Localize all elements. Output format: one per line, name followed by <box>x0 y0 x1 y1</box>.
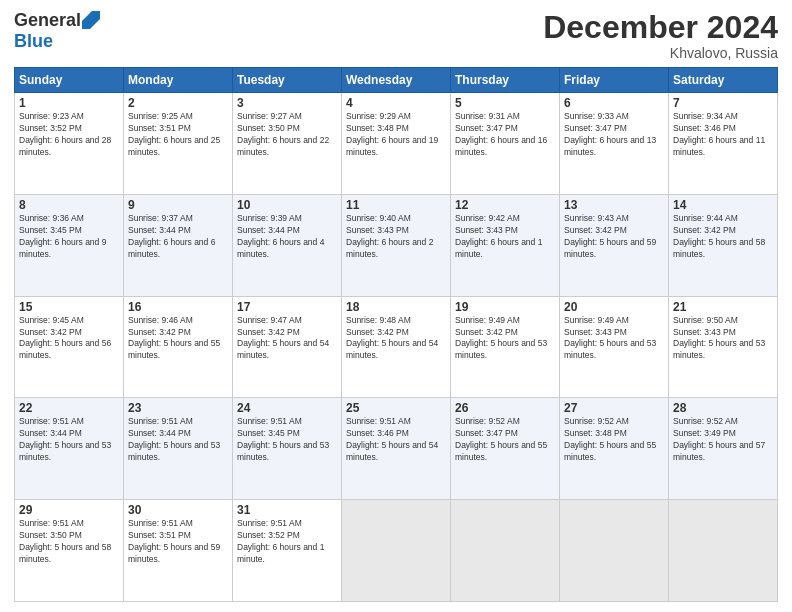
day-info: Sunrise: 9:29 AMSunset: 3:48 PMDaylight:… <box>346 111 446 159</box>
day-number: 18 <box>346 300 446 314</box>
day-number: 11 <box>346 198 446 212</box>
calendar-week-row: 8Sunrise: 9:36 AMSunset: 3:45 PMDaylight… <box>15 194 778 296</box>
table-row: 23Sunrise: 9:51 AMSunset: 3:44 PMDayligh… <box>124 398 233 500</box>
table-row: 7Sunrise: 9:34 AMSunset: 3:46 PMDaylight… <box>669 93 778 195</box>
day-number: 13 <box>564 198 664 212</box>
day-number: 2 <box>128 96 228 110</box>
day-number: 27 <box>564 401 664 415</box>
table-row: 26Sunrise: 9:52 AMSunset: 3:47 PMDayligh… <box>451 398 560 500</box>
calendar-table: Sunday Monday Tuesday Wednesday Thursday… <box>14 67 778 602</box>
day-number: 19 <box>455 300 555 314</box>
location: Khvalovo, Russia <box>543 45 778 61</box>
day-number: 20 <box>564 300 664 314</box>
header-friday: Friday <box>560 68 669 93</box>
table-row: 11Sunrise: 9:40 AMSunset: 3:43 PMDayligh… <box>342 194 451 296</box>
month-title: December 2024 <box>543 10 778 45</box>
header-tuesday: Tuesday <box>233 68 342 93</box>
table-row: 10Sunrise: 9:39 AMSunset: 3:44 PMDayligh… <box>233 194 342 296</box>
table-row: 2Sunrise: 9:25 AMSunset: 3:51 PMDaylight… <box>124 93 233 195</box>
day-number: 14 <box>673 198 773 212</box>
table-row <box>560 500 669 602</box>
table-row: 22Sunrise: 9:51 AMSunset: 3:44 PMDayligh… <box>15 398 124 500</box>
day-info: Sunrise: 9:49 AMSunset: 3:43 PMDaylight:… <box>564 315 664 363</box>
header: General Blue December 2024 Khvalovo, Rus… <box>14 10 778 61</box>
day-info: Sunrise: 9:49 AMSunset: 3:42 PMDaylight:… <box>455 315 555 363</box>
table-row <box>342 500 451 602</box>
table-row: 3Sunrise: 9:27 AMSunset: 3:50 PMDaylight… <box>233 93 342 195</box>
day-number: 17 <box>237 300 337 314</box>
title-block: December 2024 Khvalovo, Russia <box>543 10 778 61</box>
day-number: 15 <box>19 300 119 314</box>
table-row: 18Sunrise: 9:48 AMSunset: 3:42 PMDayligh… <box>342 296 451 398</box>
day-number: 8 <box>19 198 119 212</box>
day-info: Sunrise: 9:52 AMSunset: 3:48 PMDaylight:… <box>564 416 664 464</box>
day-info: Sunrise: 9:51 AMSunset: 3:44 PMDaylight:… <box>19 416 119 464</box>
table-row: 21Sunrise: 9:50 AMSunset: 3:43 PMDayligh… <box>669 296 778 398</box>
page: General Blue December 2024 Khvalovo, Rus… <box>0 0 792 612</box>
calendar-week-row: 29Sunrise: 9:51 AMSunset: 3:50 PMDayligh… <box>15 500 778 602</box>
header-sunday: Sunday <box>15 68 124 93</box>
day-info: Sunrise: 9:51 AMSunset: 3:44 PMDaylight:… <box>128 416 228 464</box>
day-info: Sunrise: 9:52 AMSunset: 3:49 PMDaylight:… <box>673 416 773 464</box>
day-info: Sunrise: 9:51 AMSunset: 3:46 PMDaylight:… <box>346 416 446 464</box>
day-info: Sunrise: 9:50 AMSunset: 3:43 PMDaylight:… <box>673 315 773 363</box>
day-number: 7 <box>673 96 773 110</box>
table-row: 4Sunrise: 9:29 AMSunset: 3:48 PMDaylight… <box>342 93 451 195</box>
day-number: 3 <box>237 96 337 110</box>
day-number: 22 <box>19 401 119 415</box>
table-row: 16Sunrise: 9:46 AMSunset: 3:42 PMDayligh… <box>124 296 233 398</box>
day-info: Sunrise: 9:51 AMSunset: 3:45 PMDaylight:… <box>237 416 337 464</box>
table-row: 30Sunrise: 9:51 AMSunset: 3:51 PMDayligh… <box>124 500 233 602</box>
day-info: Sunrise: 9:45 AMSunset: 3:42 PMDaylight:… <box>19 315 119 363</box>
logo-icon <box>82 11 100 29</box>
day-number: 5 <box>455 96 555 110</box>
day-number: 24 <box>237 401 337 415</box>
table-row: 31Sunrise: 9:51 AMSunset: 3:52 PMDayligh… <box>233 500 342 602</box>
day-number: 4 <box>346 96 446 110</box>
svg-marker-0 <box>82 11 100 29</box>
table-row <box>669 500 778 602</box>
table-row: 29Sunrise: 9:51 AMSunset: 3:50 PMDayligh… <box>15 500 124 602</box>
table-row: 17Sunrise: 9:47 AMSunset: 3:42 PMDayligh… <box>233 296 342 398</box>
day-info: Sunrise: 9:51 AMSunset: 3:50 PMDaylight:… <box>19 518 119 566</box>
day-number: 30 <box>128 503 228 517</box>
logo-blue: Blue <box>14 31 53 51</box>
table-row: 24Sunrise: 9:51 AMSunset: 3:45 PMDayligh… <box>233 398 342 500</box>
calendar-week-row: 15Sunrise: 9:45 AMSunset: 3:42 PMDayligh… <box>15 296 778 398</box>
table-row: 12Sunrise: 9:42 AMSunset: 3:43 PMDayligh… <box>451 194 560 296</box>
day-number: 10 <box>237 198 337 212</box>
day-info: Sunrise: 9:47 AMSunset: 3:42 PMDaylight:… <box>237 315 337 363</box>
table-row: 15Sunrise: 9:45 AMSunset: 3:42 PMDayligh… <box>15 296 124 398</box>
day-info: Sunrise: 9:42 AMSunset: 3:43 PMDaylight:… <box>455 213 555 261</box>
day-info: Sunrise: 9:37 AMSunset: 3:44 PMDaylight:… <box>128 213 228 261</box>
day-number: 23 <box>128 401 228 415</box>
table-row: 5Sunrise: 9:31 AMSunset: 3:47 PMDaylight… <box>451 93 560 195</box>
logo-general: General <box>14 10 81 31</box>
day-number: 12 <box>455 198 555 212</box>
table-row: 13Sunrise: 9:43 AMSunset: 3:42 PMDayligh… <box>560 194 669 296</box>
table-row: 19Sunrise: 9:49 AMSunset: 3:42 PMDayligh… <box>451 296 560 398</box>
table-row: 9Sunrise: 9:37 AMSunset: 3:44 PMDaylight… <box>124 194 233 296</box>
day-info: Sunrise: 9:40 AMSunset: 3:43 PMDaylight:… <box>346 213 446 261</box>
day-info: Sunrise: 9:36 AMSunset: 3:45 PMDaylight:… <box>19 213 119 261</box>
table-row <box>451 500 560 602</box>
table-row: 6Sunrise: 9:33 AMSunset: 3:47 PMDaylight… <box>560 93 669 195</box>
header-wednesday: Wednesday <box>342 68 451 93</box>
day-info: Sunrise: 9:23 AMSunset: 3:52 PMDaylight:… <box>19 111 119 159</box>
day-info: Sunrise: 9:43 AMSunset: 3:42 PMDaylight:… <box>564 213 664 261</box>
calendar-header-row: Sunday Monday Tuesday Wednesday Thursday… <box>15 68 778 93</box>
day-number: 31 <box>237 503 337 517</box>
day-info: Sunrise: 9:46 AMSunset: 3:42 PMDaylight:… <box>128 315 228 363</box>
day-number: 25 <box>346 401 446 415</box>
day-info: Sunrise: 9:39 AMSunset: 3:44 PMDaylight:… <box>237 213 337 261</box>
calendar: Sunday Monday Tuesday Wednesday Thursday… <box>14 67 778 602</box>
table-row: 14Sunrise: 9:44 AMSunset: 3:42 PMDayligh… <box>669 194 778 296</box>
day-number: 21 <box>673 300 773 314</box>
table-row: 1Sunrise: 9:23 AMSunset: 3:52 PMDaylight… <box>15 93 124 195</box>
day-number: 26 <box>455 401 555 415</box>
header-saturday: Saturday <box>669 68 778 93</box>
table-row: 20Sunrise: 9:49 AMSunset: 3:43 PMDayligh… <box>560 296 669 398</box>
day-number: 28 <box>673 401 773 415</box>
day-info: Sunrise: 9:44 AMSunset: 3:42 PMDaylight:… <box>673 213 773 261</box>
calendar-week-row: 22Sunrise: 9:51 AMSunset: 3:44 PMDayligh… <box>15 398 778 500</box>
